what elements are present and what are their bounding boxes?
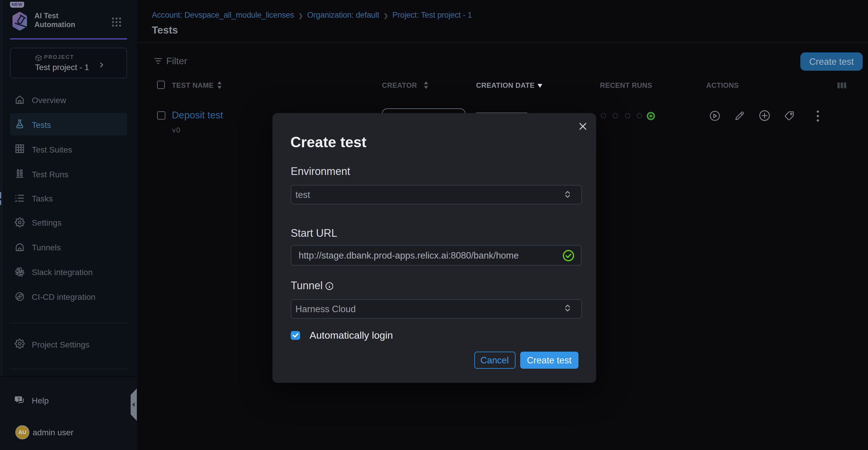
svg-text:?: ? xyxy=(18,396,20,401)
